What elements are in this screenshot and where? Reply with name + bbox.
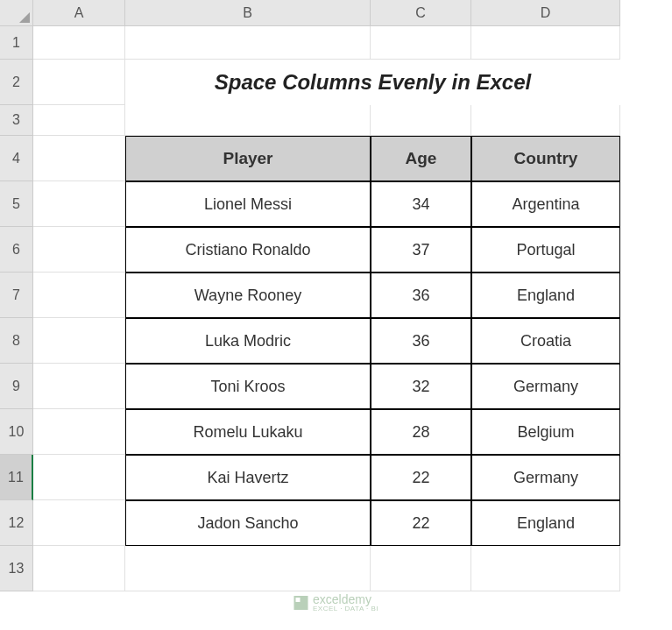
cell-B13[interactable] xyxy=(125,546,371,591)
table-row[interactable]: 22 xyxy=(371,455,471,500)
row-header-10[interactable]: 10 xyxy=(0,409,33,455)
header-age[interactable]: Age xyxy=(371,136,471,181)
table-row[interactable]: 37 xyxy=(371,227,471,273)
row-header-5[interactable]: 5 xyxy=(0,181,33,227)
cell-A9[interactable] xyxy=(33,364,125,409)
row-header-11[interactable]: 11 xyxy=(0,455,33,500)
row-header-12[interactable]: 12 xyxy=(0,500,33,546)
cell-A10[interactable] xyxy=(33,409,125,455)
table-row[interactable]: 32 xyxy=(371,364,471,409)
cell-B3[interactable] xyxy=(125,105,371,136)
title-cell[interactable]: Space Columns Evenly in Excel xyxy=(125,60,620,105)
column-headers: A B C D xyxy=(33,0,620,26)
cell-B1[interactable] xyxy=(125,26,371,60)
select-all-corner[interactable] xyxy=(0,0,33,26)
table-row[interactable]: Argentina xyxy=(471,181,620,227)
table-row[interactable]: Romelu Lukaku xyxy=(125,409,371,455)
table-row[interactable]: 36 xyxy=(371,273,471,318)
header-country[interactable]: Country xyxy=(471,136,620,181)
col-header-A[interactable]: A xyxy=(33,0,125,26)
cell-A7[interactable] xyxy=(33,273,125,318)
table-row[interactable]: England xyxy=(471,500,620,546)
header-player[interactable]: Player xyxy=(125,136,371,181)
row-header-9[interactable]: 9 xyxy=(0,364,33,409)
table-row[interactable]: Luka Modric xyxy=(125,318,371,364)
watermark: exceldemy EXCEL · DATA · BI xyxy=(294,593,378,612)
row-header-2[interactable]: 2 xyxy=(0,60,33,105)
watermark-tagline: EXCEL · DATA · BI xyxy=(313,605,378,612)
row-header-7[interactable]: 7 xyxy=(0,273,33,318)
row-header-13[interactable]: 13 xyxy=(0,546,33,591)
spreadsheet-grid: A B C D 1 2 3 4 5 6 7 8 9 10 11 12 13 Sp… xyxy=(0,0,672,630)
cell-D3[interactable] xyxy=(471,105,620,136)
cell-A13[interactable] xyxy=(33,546,125,591)
cell-D13[interactable] xyxy=(471,546,620,591)
cell-A2[interactable] xyxy=(33,60,125,105)
table-row[interactable]: England xyxy=(471,273,620,318)
table-row[interactable]: 28 xyxy=(371,409,471,455)
row-header-4[interactable]: 4 xyxy=(0,136,33,181)
row-header-6[interactable]: 6 xyxy=(0,227,33,273)
col-header-D[interactable]: D xyxy=(471,0,620,26)
table-row[interactable]: 34 xyxy=(371,181,471,227)
cell-area: Space Columns Evenly in Excel Player Age… xyxy=(33,26,620,591)
cell-D1[interactable] xyxy=(471,26,620,60)
cell-A3[interactable] xyxy=(33,105,125,136)
table-row[interactable]: Germany xyxy=(471,364,620,409)
table-row[interactable]: Toni Kroos xyxy=(125,364,371,409)
cell-A1[interactable] xyxy=(33,26,125,60)
watermark-name: exceldemy xyxy=(313,593,378,605)
table-row[interactable]: Croatia xyxy=(471,318,620,364)
cell-C13[interactable] xyxy=(371,546,471,591)
table-row[interactable]: Cristiano Ronaldo xyxy=(125,227,371,273)
table-row[interactable]: Germany xyxy=(471,455,620,500)
table-row[interactable]: Wayne Rooney xyxy=(125,273,371,318)
col-header-B[interactable]: B xyxy=(125,0,371,26)
cell-C3[interactable] xyxy=(371,105,471,136)
row-header-1[interactable]: 1 xyxy=(0,26,33,60)
cell-C1[interactable] xyxy=(371,26,471,60)
table-row[interactable]: Lionel Messi xyxy=(125,181,371,227)
row-header-8[interactable]: 8 xyxy=(0,318,33,364)
table-row[interactable]: 36 xyxy=(371,318,471,364)
watermark-text: exceldemy EXCEL · DATA · BI xyxy=(313,593,378,612)
col-header-C[interactable]: C xyxy=(371,0,471,26)
table-row[interactable]: Jadon Sancho xyxy=(125,500,371,546)
table-row[interactable]: Portugal xyxy=(471,227,620,273)
table-row[interactable]: Belgium xyxy=(471,409,620,455)
cell-A8[interactable] xyxy=(33,318,125,364)
watermark-icon xyxy=(294,596,308,610)
table-row[interactable]: 22 xyxy=(371,500,471,546)
cell-A6[interactable] xyxy=(33,227,125,273)
row-header-3[interactable]: 3 xyxy=(0,105,33,136)
row-headers: 1 2 3 4 5 6 7 8 9 10 11 12 13 xyxy=(0,26,33,591)
cell-A11[interactable] xyxy=(33,455,125,500)
cell-A5[interactable] xyxy=(33,181,125,227)
cell-A4[interactable] xyxy=(33,136,125,181)
cell-A12[interactable] xyxy=(33,500,125,546)
table-row[interactable]: Kai Havertz xyxy=(125,455,371,500)
